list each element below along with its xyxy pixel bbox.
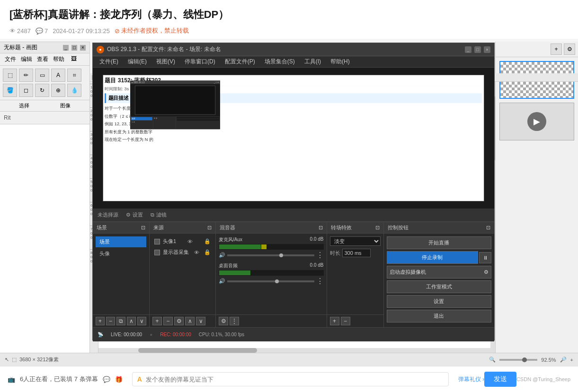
obs-mixer-more-2[interactable]: ⋮ — [316, 277, 324, 286]
menu-help[interactable]: 帮助 — [51, 55, 66, 64]
drawing-win-controls[interactable]: _ □ × — [63, 45, 86, 51]
right-panel-add-btn[interactable]: + — [551, 44, 562, 55]
menu-edit[interactable]: 编辑 — [19, 55, 34, 64]
obs-mixer-thumb-1[interactable] — [279, 253, 283, 257]
obs-app-icon: ● — [97, 46, 104, 53]
zoom-out-icon[interactable]: 🔍 — [489, 357, 496, 363]
obs-mixer-more-1[interactable]: ⋮ — [316, 251, 324, 260]
obs-menu-tools[interactable]: 工具(I) — [301, 57, 325, 67]
tool-fill[interactable]: 🪣 — [3, 84, 17, 97]
obs-source-lock-1[interactable]: 🔒 — [204, 238, 211, 244]
article-copyright: ⊘ 未经作者授权，禁止转载 — [115, 26, 189, 35]
drawing-canvas[interactable] — [0, 124, 89, 373]
obs-menu-help[interactable]: 帮助(H) — [327, 57, 354, 67]
menu-file[interactable]: 文件 — [3, 55, 18, 64]
obs-exit-btn[interactable]: 退出 — [387, 310, 492, 322]
obs-maximize-btn[interactable]: □ — [474, 46, 481, 53]
obs-stop-record-btn[interactable]: 停止录制 — [387, 251, 479, 264]
thumbnail-play-btn[interactable]: ▶ — [527, 112, 546, 131]
obs-menu-dock[interactable]: 停靠窗口(D) — [181, 57, 219, 67]
tool-shape[interactable]: ▭ — [35, 69, 49, 82]
obs-transition-type-select[interactable]: 淡变 — [330, 236, 381, 246]
obs-source-up-btn[interactable]: ∧ — [185, 317, 195, 325]
obs-scene-up-btn[interactable]: ∧ — [127, 317, 136, 325]
obs-mixer-vol-icon-1[interactable]: 🔊 — [219, 252, 225, 258]
tool-zoom[interactable]: ⊕ — [51, 84, 65, 97]
menu-view[interactable]: 查看 — [35, 55, 50, 64]
obs-source-add-btn[interactable]: + — [152, 317, 162, 325]
obs-mixer-slider-1[interactable] — [227, 254, 314, 256]
obs-studio-mode-btn[interactable]: 工作室模式 — [387, 280, 492, 293]
danmu-input[interactable] — [146, 376, 444, 383]
obs-menu-edit[interactable]: 编辑(E) — [124, 57, 151, 67]
obs-pause-record-btn[interactable]: ⏸ — [479, 252, 491, 263]
obs-source-check-1[interactable] — [154, 239, 160, 244]
bottom-input-area[interactable]: A — [132, 372, 449, 386]
obs-mixer-controls-1: 🔊 ⋮ — [219, 251, 324, 260]
zoom-slider-thumb[interactable] — [522, 357, 527, 362]
obs-settings-btn[interactable]: ⚙ 设置 — [126, 211, 143, 218]
tool-color-pick[interactable]: 💧 — [67, 84, 81, 97]
obs-controls-title: 控制按钮 — [388, 224, 409, 231]
obs-scene-inactive[interactable]: 头像 — [96, 248, 146, 259]
obs-source-eye-1[interactable]: 👁 — [187, 239, 193, 244]
obs-transitions-dock-icon[interactable]: ⊡ — [375, 225, 380, 231]
maximize-icon[interactable]: □ — [71, 45, 77, 51]
obs-mixer-slider-2[interactable] — [227, 280, 314, 282]
send-button[interactable]: 发送 — [484, 372, 516, 387]
obs-mixer-seg-green-2 — [219, 270, 250, 275]
obs-scenes-dock-icon[interactable]: ⊡ — [141, 225, 145, 231]
obs-transition-remove-btn[interactable]: − — [341, 317, 350, 325]
obs-menu-view[interactable]: 视图(V) — [152, 57, 179, 67]
obs-mixer-thumb-2[interactable] — [275, 279, 279, 283]
obs-menu-file[interactable]: 文件(E) — [96, 57, 122, 67]
tool-text[interactable]: A — [51, 69, 65, 82]
obs-source-lock-2[interactable]: 🔒 — [204, 249, 211, 255]
h-scrollbar-thumb[interactable] — [138, 348, 257, 353]
tool-select[interactable]: ⬚ — [3, 69, 17, 82]
tool-rotate[interactable]: ↻ — [35, 84, 49, 97]
minimize-icon[interactable]: _ — [63, 45, 69, 51]
tool-pencil[interactable]: ✏ — [19, 69, 33, 82]
obs-menu-scene-collection[interactable]: 场景集合(S) — [261, 57, 299, 67]
obs-transition-add-btn[interactable]: + — [330, 317, 339, 325]
obs-mixer-more-btn[interactable]: ⋮ — [230, 317, 239, 325]
obs-source-remove-btn[interactable]: − — [163, 317, 173, 325]
obs-window-controls[interactable]: _ □ × — [465, 46, 490, 53]
obs-close-btn[interactable]: × — [484, 46, 490, 53]
horizontal-scrollbar[interactable] — [98, 348, 495, 353]
close-icon[interactable]: × — [80, 45, 86, 51]
thumbnail-inactive[interactable]: ▶ — [499, 103, 574, 140]
zoom-slider[interactable] — [499, 359, 537, 361]
obs-filters-btn[interactable]: ⧉ 滤镜 — [151, 211, 167, 218]
obs-scene-down-btn[interactable]: ∨ — [137, 317, 146, 325]
zoom-in-icon[interactable]: 🔎 — [560, 357, 567, 363]
obs-sources-dock-icon[interactable]: ⊡ — [207, 225, 212, 231]
obs-mixer-vol-icon-2[interactable]: 🔊 — [219, 278, 225, 284]
obs-transitions-header: 转场特效 ⊡ — [327, 222, 383, 234]
right-panel-settings-btn[interactable]: ⚙ — [564, 44, 575, 55]
obs-scene-copy-btn[interactable] — [116, 317, 125, 325]
obs-scene-remove-btn[interactable] — [106, 317, 115, 325]
obs-minimize-btn[interactable]: _ — [465, 46, 471, 53]
obs-source-bar: 未选择源 ⚙ 设置 ⧉ 滤镜 — [93, 209, 494, 222]
zoom-value: 92.5% — [541, 357, 556, 363]
tool-crop[interactable]: ⌗ — [67, 69, 81, 82]
tool-eraser[interactable]: ◻ — [19, 84, 33, 97]
obs-mixer-settings-btn[interactable]: ⚙ — [219, 317, 228, 325]
obs-mixer-dock-icon[interactable]: ⊡ — [319, 225, 323, 231]
obs-start-stream-btn[interactable]: 开始直播 — [387, 236, 492, 249]
obs-settings-btn[interactable]: 设置 — [387, 295, 492, 308]
obs-virtual-cam-settings-icon[interactable]: ⚙ — [484, 269, 489, 275]
obs-scene-add-btn[interactable] — [96, 317, 105, 325]
obs-source-check-2[interactable] — [154, 250, 160, 255]
obs-transition-duration-input[interactable] — [342, 249, 371, 257]
danmu-gift-btn[interactable]: 弹幕礼仪 › — [458, 375, 484, 383]
obs-controls-dock-icon[interactable]: ⊡ — [486, 225, 490, 231]
obs-source-down-btn[interactable]: ∨ — [196, 317, 205, 325]
obs-scene-active[interactable]: 场景 — [96, 236, 146, 247]
obs-menu-profile[interactable]: 配置文件(P) — [221, 57, 259, 67]
obs-virtual-cam-btn[interactable]: 启动虚拟摄像机 ⚙ — [387, 266, 492, 279]
obs-source-eye-2[interactable]: 👁 — [194, 250, 199, 255]
obs-source-settings-btn[interactable]: ⚙ — [174, 317, 184, 325]
